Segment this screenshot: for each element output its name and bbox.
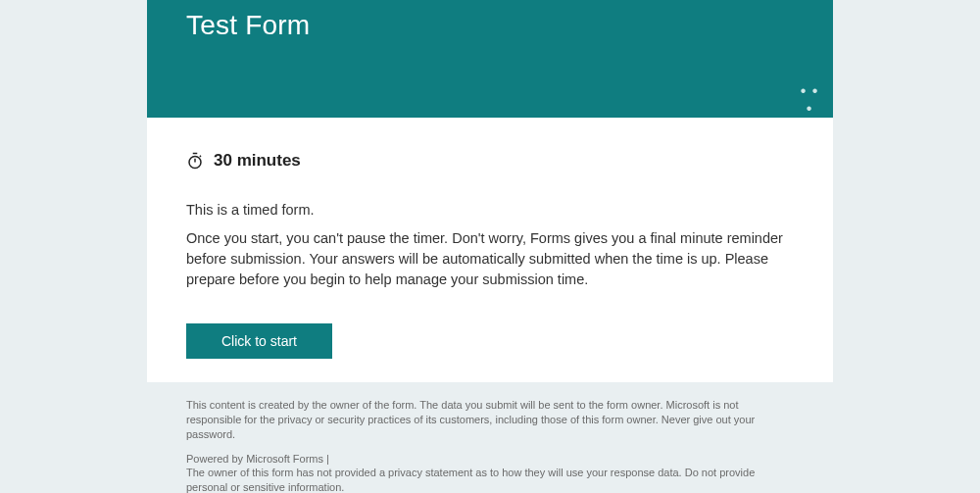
stopwatch-icon: [186, 152, 204, 170]
svg-line-3: [200, 156, 201, 157]
form-header: Test Form • • •: [147, 0, 833, 118]
form-page: Test Form • • • 30 minutes This is a tim…: [147, 0, 833, 493]
form-body: 30 minutes This is a timed form. Once yo…: [147, 118, 833, 382]
form-title: Test Form: [186, 10, 794, 41]
powered-by-label: Powered by Microsoft Forms: [186, 453, 323, 465]
timed-form-notice-2: Once you start, you can't pause the time…: [186, 228, 794, 290]
more-icon: • • •: [796, 82, 823, 118]
footer-disclaimer: This content is created by the owner of …: [186, 398, 794, 442]
timed-form-notice-1: This is a timed form.: [186, 200, 794, 221]
timer-duration-label: 30 minutes: [214, 151, 301, 171]
footer-powered-block: Powered by Microsoft Forms | The owner o…: [186, 452, 794, 493]
more-options-button[interactable]: • • •: [796, 90, 823, 110]
timer-section: 30 minutes: [186, 151, 794, 171]
pipe-divider: |: [326, 453, 329, 465]
form-footer: This content is created by the owner of …: [147, 382, 833, 493]
footer-privacy-notice: The owner of this form has not provided …: [186, 467, 755, 493]
start-button[interactable]: Click to start: [186, 323, 332, 359]
